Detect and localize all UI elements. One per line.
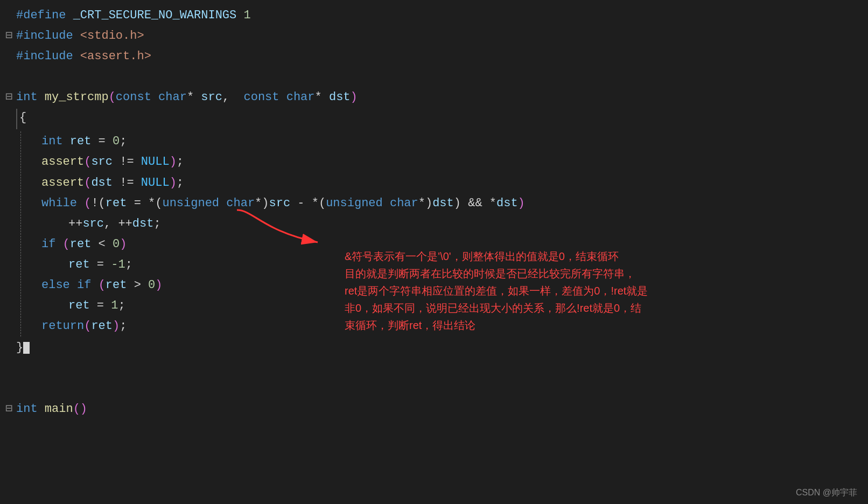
indent: [5, 47, 16, 66]
watermark: CSDN @帅宇菲: [796, 487, 857, 499]
space2: [151, 90, 158, 104]
indent-space: [5, 131, 16, 337]
macro-value: 1: [243, 9, 250, 22]
s: [38, 402, 45, 416]
code-line-close-brace: }: [0, 338, 868, 358]
s: [77, 197, 84, 210]
operator-star: *: [187, 90, 194, 104]
func-assert2: assert: [41, 176, 84, 190]
code-line-1: #define _CRT_SECURE_NO_WARNINGS 1: [0, 5, 868, 26]
fold-icon-1[interactable]: ⊟: [5, 27, 16, 45]
func-assert: assert: [41, 155, 84, 169]
space: [73, 50, 80, 63]
vertical-guide: [20, 131, 21, 337]
s: !=: [113, 155, 141, 169]
null2: NULL: [141, 176, 170, 190]
comma: ,: [222, 90, 244, 104]
s6: *): [418, 197, 432, 210]
line-content: ++src, ++dst;: [68, 215, 868, 233]
param-dst: dst: [329, 90, 351, 104]
p12: ): [113, 319, 120, 333]
semi: ;: [118, 299, 125, 312]
brace-open: {: [19, 111, 26, 124]
s2: =: [91, 135, 113, 148]
p11: (: [84, 319, 91, 333]
block-indicator: [16, 109, 17, 129]
line-content: #include <stdio.h>: [16, 27, 868, 45]
space: [73, 29, 80, 43]
keyword-const2: const: [244, 90, 279, 104]
line-content: int ret = 0;: [41, 132, 868, 151]
s5: [383, 197, 390, 210]
keyword-const: const: [116, 90, 151, 104]
var-ret2: ret: [106, 197, 127, 210]
inc: ++: [68, 217, 82, 230]
p8: ): [120, 237, 127, 251]
var-ret3: ret: [70, 237, 92, 251]
p4: ): [170, 176, 177, 190]
p13: (): [73, 402, 87, 416]
line-content: assert(src != NULL);: [41, 153, 868, 171]
fold-icon-2[interactable]: ⊟: [5, 88, 16, 107]
var-ret: ret: [70, 135, 92, 148]
code-line-main: ⊟ int main(): [0, 399, 868, 419]
space5: [322, 90, 329, 104]
keyword-include2: #include: [16, 50, 73, 63]
zero: 0: [113, 135, 120, 148]
s: !=: [113, 176, 141, 190]
code-editor: #define _CRT_SECURE_NO_WARNINGS 1 ⊟ #inc…: [0, 0, 868, 425]
space3: [194, 90, 201, 104]
keyword-define: #define: [16, 9, 66, 22]
var-dst3: dst: [496, 197, 518, 210]
cursor: [23, 342, 30, 354]
keyword-int3: int: [16, 402, 38, 416]
code-line-assert1: assert(src != NULL);: [25, 152, 868, 172]
var-ret5: ret: [106, 278, 127, 292]
code-line-5: ⊟ int my_strcmp(const char* src, const c…: [0, 87, 868, 108]
fold-icon-3[interactable]: ⊟: [5, 400, 16, 418]
keyword-if2: if: [77, 278, 91, 292]
semi: ;: [177, 155, 184, 169]
empty-line-3: [0, 379, 868, 399]
line-content: while (!(ret = *(unsigned char*)src - *(…: [41, 194, 868, 213]
s: [55, 237, 62, 251]
kw-unsigned2: unsigned: [326, 197, 383, 210]
line-content: {: [19, 109, 868, 127]
p1: (: [84, 155, 91, 169]
p10: ): [155, 278, 162, 292]
line-content: #define _CRT_SECURE_NO_WARNINGS 1: [16, 6, 868, 25]
keyword-char2: char: [286, 90, 315, 104]
param-src: src: [201, 90, 222, 104]
indent: [5, 339, 16, 357]
var-dst: dst: [91, 176, 113, 190]
line-content: int main(): [16, 400, 868, 418]
include-file: <stdio.h>: [80, 29, 144, 43]
p6: ): [518, 197, 525, 210]
line-content: int my_strcmp(const char* src, const cha…: [16, 88, 868, 107]
neg-one: -1: [111, 258, 125, 271]
eq: = *(: [127, 197, 162, 210]
s4: *): [255, 197, 269, 210]
var-dst4: dst: [132, 217, 154, 230]
line-content: assert(dst != NULL);: [41, 174, 868, 192]
indent: [5, 109, 16, 127]
brace-close: }: [16, 341, 23, 354]
p7: (: [63, 237, 70, 251]
include-file2: <assert.h>: [80, 50, 151, 63]
var-ret4: ret: [68, 258, 90, 271]
comma: , ++: [104, 217, 132, 230]
null1: NULL: [141, 155, 170, 169]
semi: ;: [120, 319, 127, 333]
p3: (: [84, 176, 91, 190]
code-line-ret: int ret = 0;: [25, 131, 868, 152]
op: <: [91, 237, 113, 251]
annotation-text: &符号表示有一个是'\0'，则整体得出的值就是0，结束循环 目的就是判断两者在比…: [345, 248, 722, 334]
keyword-int2: int: [41, 135, 63, 148]
s2: !(: [91, 197, 105, 210]
keyword-while: while: [41, 197, 77, 210]
paren-open: (: [109, 90, 116, 104]
keyword-int: int: [16, 90, 38, 104]
s7: ) && *: [454, 197, 496, 210]
semi: ;: [120, 135, 127, 148]
operator-star2: *: [315, 90, 322, 104]
